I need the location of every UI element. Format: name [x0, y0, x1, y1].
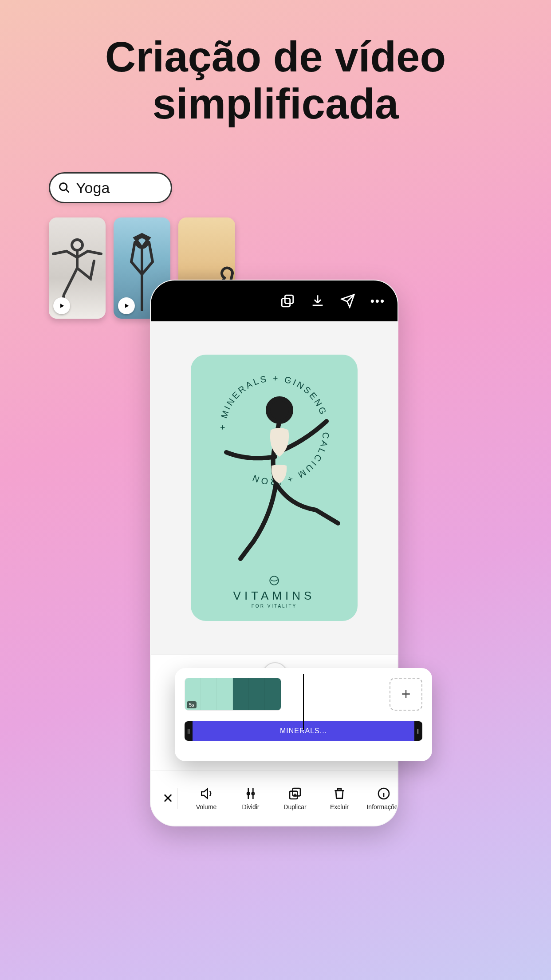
search-pill[interactable] — [49, 172, 172, 203]
play-badge-icon — [118, 297, 135, 314]
canvas-area[interactable]: + MINERALS + GINSENG + CALCIUM + IRON — [151, 321, 398, 654]
trash-icon — [332, 786, 346, 801]
duplicate-icon — [288, 786, 302, 801]
track-handle-left[interactable]: || — [185, 721, 193, 741]
brand-subtitle: FOR VITALITY — [191, 604, 358, 609]
tool-volume[interactable]: Volume — [191, 786, 222, 810]
tool-label: Informações — [366, 803, 398, 810]
volume-icon — [199, 786, 213, 801]
brand-block: VITAMINS FOR VITALITY — [191, 575, 358, 609]
add-clip-button[interactable]: + — [390, 678, 422, 711]
close-button[interactable]: ✕ — [160, 788, 177, 809]
tool-info[interactable]: Informações — [368, 786, 398, 810]
svg-rect-2 — [285, 295, 293, 303]
svg-line-1 — [66, 190, 69, 192]
tool-label: Dividir — [242, 803, 260, 810]
download-icon[interactable] — [310, 293, 325, 308]
svg-rect-3 — [282, 298, 290, 306]
timeline-panel[interactable]: 5s + || MINERALS... || — [175, 668, 432, 761]
search-input[interactable] — [76, 179, 163, 197]
brand-name: VITAMINS — [191, 589, 358, 603]
more-icon[interactable]: ••• — [370, 294, 385, 308]
info-icon — [377, 786, 391, 801]
brand-logo-icon — [268, 575, 280, 586]
playhead[interactable] — [303, 674, 304, 730]
tools-bar: ✕ Volume Dividir Duplicar Excluir — [151, 771, 398, 826]
clip-duration-badge: 5s — [187, 701, 197, 708]
search-icon — [58, 182, 71, 194]
editor-topbar: ••• — [151, 281, 398, 321]
svg-point-5 — [268, 399, 291, 422]
svg-point-0 — [60, 183, 67, 190]
result-thumb[interactable] — [49, 217, 106, 319]
clip-strip[interactable]: 5s — [185, 678, 281, 711]
tool-duplicate[interactable]: Duplicar — [279, 786, 311, 810]
tool-label: Volume — [196, 803, 217, 810]
canvas-card[interactable]: + MINERALS + GINSENG + CALCIUM + IRON — [191, 355, 358, 621]
send-icon[interactable] — [340, 293, 355, 308]
tool-delete[interactable]: Excluir — [324, 786, 355, 810]
headline: Criação de vídeo simplificada — [0, 33, 551, 127]
play-badge-icon — [53, 297, 70, 314]
split-icon — [244, 786, 258, 801]
tool-label: Excluir — [330, 803, 349, 810]
tool-split[interactable]: Dividir — [235, 786, 266, 810]
track-handle-right[interactable]: || — [414, 721, 422, 741]
tool-label: Duplicar — [283, 803, 306, 810]
copy-icon[interactable] — [280, 293, 295, 308]
